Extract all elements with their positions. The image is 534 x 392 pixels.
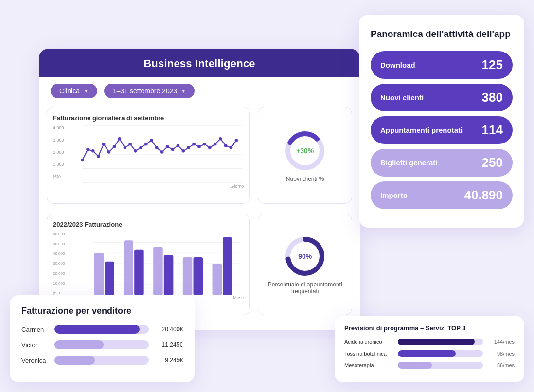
- y-label-4: 4.000: [53, 125, 64, 130]
- line-chart-svg: [67, 125, 257, 184]
- stat-nuovi-value: 380: [482, 90, 503, 105]
- svg-point-16: [139, 146, 142, 150]
- svg-point-32: [224, 144, 228, 147]
- fatturazione-card: Fatturazione per venditore Carmen 20.400…: [10, 295, 195, 382]
- svg-point-17: [144, 143, 148, 146]
- svg-point-20: [160, 150, 164, 154]
- svg-point-8: [97, 155, 100, 158]
- svg-rect-49: [164, 255, 174, 295]
- top-charts-row: Fatturazione giornaliera di settembre 4.…: [39, 102, 360, 204]
- svg-point-26: [192, 143, 196, 146]
- previsioni-name-mesoterapia: Mesoterapia: [344, 362, 393, 368]
- previsioni-row-acido: Acido ialuronico 144/mes: [344, 339, 515, 345]
- filter-clinica-label: Clinica: [59, 87, 80, 95]
- fatturazione-title: Fatturazione per venditore: [21, 306, 183, 316]
- vendor-bar-bg-veronica: [54, 356, 149, 365]
- donut2-label: Percentuale di appuntamenti frequentati: [263, 281, 347, 295]
- svg-point-19: [155, 146, 159, 150]
- previsioni-title: Previsioni di programma – Servizi TOP 3: [344, 324, 515, 332]
- stat-biglietti-label: Biglietti generati: [380, 159, 438, 167]
- stat-biglietti-value: 250: [482, 155, 503, 170]
- svg-point-24: [182, 149, 185, 153]
- donut2-text: 90%: [298, 252, 312, 260]
- stat-appuntamenti-value: 114: [482, 123, 503, 138]
- bi-filters: Clinica ▼ 1–31 settembre 2023 ▼: [39, 77, 360, 102]
- svg-rect-53: [223, 237, 232, 295]
- previsioni-bar-fill-acido: [398, 339, 475, 345]
- panoramica-title: Panoramica dell'attività dell'app: [371, 28, 513, 40]
- svg-point-25: [187, 146, 190, 150]
- svg-rect-46: [124, 240, 133, 295]
- svg-point-33: [230, 146, 233, 150]
- vendor-bar-fill-victor: [54, 340, 104, 349]
- bi-card-title: Business Intelligence: [39, 49, 360, 77]
- y-label-3: 3.000: [53, 138, 64, 143]
- previsioni-value-acido: 144/mes: [488, 339, 515, 345]
- stat-appuntamenti: Appuntamenti prenotati 114: [371, 116, 513, 144]
- svg-point-22: [171, 148, 175, 151]
- svg-point-21: [166, 145, 169, 148]
- previsioni-row-tossina: Tossina botulinica 98/mes: [344, 350, 515, 357]
- svg-rect-51: [194, 257, 203, 295]
- previsioni-bar-bg-mesoterapia: [398, 362, 483, 369]
- filter-clinica[interactable]: Clinica ▼: [51, 84, 97, 98]
- stat-importo-value: 40.890: [464, 188, 503, 203]
- line-chart-area: 4.000 3.000 2.000 1.000 (€)0: [53, 125, 244, 198]
- stat-biglietti: Biglietti generati 250: [371, 149, 513, 177]
- svg-point-28: [203, 143, 206, 146]
- line-chart-box: Fatturazione giornaliera di settembre 4.…: [47, 107, 250, 204]
- stat-appuntamenti-label: Appuntamenti prenotati: [380, 126, 463, 134]
- line-chart-title: Fatturazione giornaliera di settembre: [53, 114, 244, 122]
- stat-download-label: Download: [380, 61, 415, 69]
- bar-chart-svg: Maggio Giugno Luglio Agosto Settembre: [71, 232, 261, 295]
- svg-point-29: [208, 146, 212, 150]
- vendor-bar-bg-carmen: [54, 325, 149, 334]
- scene: Business Intelligence Clinica ▼ 1–31 set…: [0, 0, 534, 392]
- donut1-label: Nuovi clienti %: [286, 176, 324, 182]
- bar-chart-y-axis: 60.000 50.000 40.000 30.000 20.000 10.00…: [53, 232, 65, 295]
- svg-point-18: [150, 139, 153, 142]
- donut1-box: +30% Nuovi clienti %: [258, 107, 352, 204]
- filter-date-arrow: ▼: [181, 89, 186, 94]
- y-label-1: 1.000: [53, 162, 64, 167]
- svg-point-10: [107, 150, 111, 154]
- filter-date[interactable]: 1–31 settembre 2023 ▼: [104, 84, 195, 98]
- previsioni-value-tossina: 98/mes: [488, 351, 515, 356]
- filter-date-label: 1–31 settembre 2023: [113, 87, 177, 95]
- line-chart-y-axis: 4.000 3.000 2.000 1.000 (€)0: [53, 125, 64, 179]
- previsioni-bar-fill-mesoterapia: [398, 362, 432, 369]
- previsioni-value-mesoterapia: 56/mes: [488, 362, 515, 368]
- vendor-row-veronica: Veronica 9.245€: [21, 356, 183, 365]
- vendor-row-carmen: Carmen 20.400€: [21, 325, 183, 334]
- bar-chart-title: 2022/2023 Fatturazione: [53, 221, 244, 228]
- panoramica-card: Panoramica dell'attività dell'app Downlo…: [359, 15, 524, 228]
- bi-card: Business Intelligence Clinica ▼ 1–31 set…: [39, 49, 360, 330]
- y-label-2: 2.000: [53, 150, 64, 155]
- svg-rect-45: [105, 262, 115, 295]
- svg-point-23: [177, 144, 180, 147]
- stat-importo: Importo 40.890: [371, 181, 513, 209]
- previsioni-row-mesoterapia: Mesoterapia 56/mes: [344, 362, 515, 369]
- vendor-bar-fill-carmen: [54, 325, 140, 334]
- filter-clinica-arrow: ▼: [84, 89, 89, 94]
- svg-rect-52: [213, 264, 222, 295]
- vendor-row-victor: Victor 11.245€: [21, 340, 183, 349]
- previsioni-bar-bg-tossina: [398, 350, 483, 357]
- donut2: 90%: [283, 234, 327, 278]
- vendor-name-veronica: Veronica: [21, 357, 50, 364]
- stat-download: Download 125: [371, 51, 513, 79]
- previsioni-card: Previsioni di programma – Servizi TOP 3 …: [335, 316, 524, 382]
- y-label-0: (€)0: [53, 174, 64, 179]
- svg-point-9: [102, 143, 106, 146]
- donut2-box: 90% Percentuale di appuntamenti frequent…: [258, 214, 352, 315]
- svg-point-34: [235, 139, 238, 142]
- svg-rect-47: [134, 250, 144, 295]
- svg-point-15: [134, 149, 137, 153]
- svg-point-12: [118, 137, 122, 141]
- stat-nuovi-label: Nuovi clienti: [380, 93, 424, 102]
- stat-download-value: 125: [482, 57, 503, 72]
- stat-importo-label: Importo: [380, 191, 408, 199]
- vendor-value-veronica: 9.245€: [154, 357, 183, 364]
- svg-point-11: [113, 145, 116, 148]
- svg-point-5: [81, 159, 84, 162]
